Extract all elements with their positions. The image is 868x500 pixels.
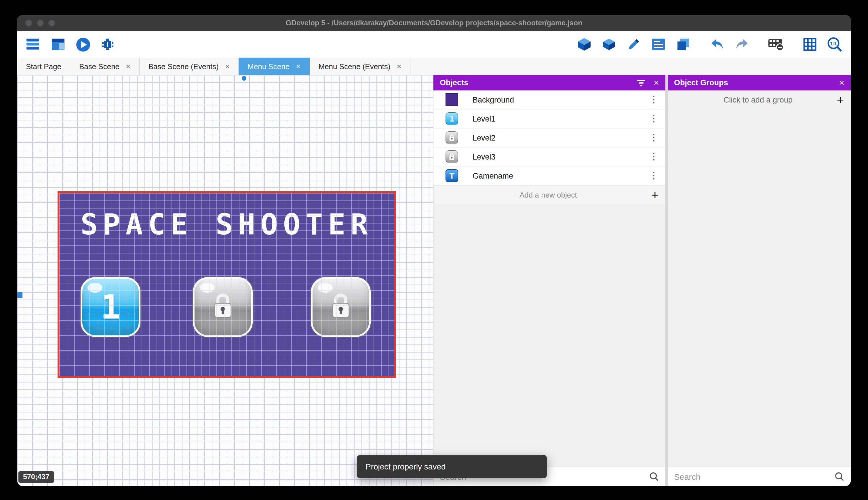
close-tab-icon[interactable]: × — [296, 62, 301, 70]
level1-digit: 1 — [101, 287, 120, 327]
tab-bar: Start Page Base Scene × Base Scene (Even… — [17, 58, 851, 75]
object-row-background[interactable]: Background ⋮ — [433, 90, 665, 110]
add-object-plus-icon[interactable]: + — [651, 189, 658, 201]
play-icon[interactable] — [75, 36, 91, 53]
window-title: GDevelop 5 - /Users/dkarakay/Documents/G… — [17, 19, 851, 27]
traffic-lights — [25, 15, 55, 31]
object-name: Gamename — [472, 171, 635, 180]
cube-icon[interactable] — [576, 36, 592, 53]
toast-message: Project properly saved — [365, 462, 446, 471]
locked-button-icon — [445, 150, 459, 163]
redo-icon[interactable] — [734, 36, 750, 53]
preview-options-icon[interactable] — [768, 36, 784, 53]
object-row-gamename[interactable]: T Gamename ⋮ — [433, 167, 665, 185]
cursor-coordinates: 570;437 — [19, 471, 54, 483]
add-group-plus-icon[interactable]: + — [837, 94, 844, 106]
zoom-1-1-icon[interactable]: 1:1 — [826, 36, 843, 53]
main-toolbar: 1:1 — [17, 31, 851, 58]
tab-label: Menu Scene (Events) — [318, 62, 390, 70]
guide-marker-top[interactable] — [242, 76, 246, 81]
tab-label: Start Page — [26, 62, 61, 70]
panel-divider[interactable] — [665, 75, 668, 486]
close-tab-icon[interactable]: × — [397, 62, 401, 70]
properties-icon[interactable] — [650, 36, 667, 53]
project-manager-icon[interactable] — [25, 36, 42, 53]
tab-label: Base Scene (Events) — [148, 62, 219, 70]
lock-icon — [328, 290, 353, 324]
object-groups-panel: Object Groups × Click to add a group + — [668, 75, 851, 486]
object-row-level3[interactable]: Level3 ⋮ — [433, 147, 665, 167]
object-menu-icon[interactable]: ⋮ — [649, 114, 658, 123]
objects-panel: Objects × Background ⋮ 1 Level1 ⋮ — [433, 75, 665, 486]
scene-canvas[interactable]: SPACE SHOOTER 1 570;43 — [17, 75, 433, 486]
object-name: Level2 — [472, 133, 635, 142]
toolbar-right-group: 1:1 — [576, 36, 843, 53]
object-groups-header: Object Groups × — [668, 75, 851, 90]
minimize-window-button[interactable] — [37, 20, 44, 26]
object-row-level1[interactable]: 1 Level1 ⋮ — [433, 110, 665, 128]
add-object-row[interactable]: Add a new object + — [433, 185, 665, 204]
level3-button-instance[interactable] — [311, 277, 371, 337]
gdevelop-window: GDevelop 5 - /Users/dkarakay/Documents/G… — [17, 15, 851, 486]
tab-base-scene[interactable]: Base Scene × — [71, 58, 140, 75]
debug-icon[interactable] — [99, 36, 116, 53]
edit-icon[interactable] — [626, 36, 642, 53]
guide-marker-left[interactable] — [17, 292, 22, 298]
tab-menu-scene[interactable]: Menu Scene × — [239, 58, 310, 75]
groups-search-bar — [668, 467, 851, 486]
undo-icon[interactable] — [709, 36, 725, 53]
level1-button-instance[interactable]: 1 — [81, 277, 140, 337]
screenshot-stage: GDevelop 5 - /Users/dkarakay/Documents/G… — [0, 0, 868, 500]
object-name: Level1 — [472, 114, 635, 123]
locked-button-icon — [445, 131, 459, 145]
object-menu-icon[interactable]: ⋮ — [649, 171, 658, 180]
toolbar-left-group — [25, 36, 116, 53]
object-groups-title: Object Groups — [674, 78, 831, 87]
scene-editor-icon[interactable] — [50, 36, 66, 53]
content-area: SPACE SHOOTER 1 570;43 — [17, 75, 851, 486]
level2-button-instance[interactable] — [193, 277, 253, 337]
close-panel-icon[interactable]: × — [839, 78, 844, 87]
layers-icon[interactable] — [675, 36, 691, 53]
grid-icon[interactable] — [802, 36, 818, 53]
tab-start-page[interactable]: Start Page — [17, 58, 71, 75]
add-object-label: Add a new object — [445, 191, 651, 199]
text-object-icon: T — [445, 169, 459, 183]
background-swatch-icon — [445, 93, 459, 106]
groups-search-input[interactable] — [674, 472, 830, 481]
object-name: Background — [472, 95, 635, 104]
close-tab-icon[interactable]: × — [225, 62, 230, 70]
object-name: Level3 — [472, 152, 635, 161]
object-row-level2[interactable]: Level2 ⋮ — [433, 128, 665, 147]
titlebar: GDevelop 5 - /Users/dkarakay/Documents/G… — [17, 15, 851, 31]
filter-icon[interactable] — [636, 79, 646, 87]
instances-icon[interactable] — [601, 36, 617, 53]
maximize-window-button[interactable] — [48, 20, 55, 26]
tab-menu-scene-events[interactable]: Menu Scene (Events) × — [310, 58, 410, 75]
level1-button-icon: 1 — [445, 112, 459, 126]
tab-label: Menu Scene — [247, 62, 290, 70]
object-menu-icon[interactable]: ⋮ — [649, 133, 658, 142]
object-menu-icon[interactable]: ⋮ — [649, 95, 658, 104]
search-icon[interactable] — [835, 472, 844, 481]
close-tab-icon[interactable]: × — [126, 62, 130, 70]
object-menu-icon[interactable]: ⋮ — [649, 152, 658, 161]
tab-base-scene-events[interactable]: Base Scene (Events) × — [140, 58, 239, 75]
objects-panel-body — [433, 204, 665, 467]
objects-panel-title: Objects — [440, 78, 628, 87]
game-title-text-instance[interactable]: SPACE SHOOTER — [59, 208, 394, 241]
add-group-row[interactable]: Click to add a group + — [668, 90, 851, 110]
object-groups-body — [668, 110, 851, 467]
zoom-label: 1:1 — [830, 41, 837, 46]
add-group-label: Click to add a group — [679, 95, 837, 104]
close-window-button[interactable] — [25, 20, 32, 26]
scene-background-instance[interactable]: SPACE SHOOTER 1 — [59, 193, 394, 376]
save-toast: Project properly saved — [357, 455, 547, 478]
objects-panel-header: Objects × — [433, 75, 665, 90]
tab-label: Base Scene — [79, 62, 119, 70]
close-panel-icon[interactable]: × — [654, 78, 659, 87]
search-icon[interactable] — [649, 472, 659, 481]
lock-icon — [210, 290, 235, 324]
